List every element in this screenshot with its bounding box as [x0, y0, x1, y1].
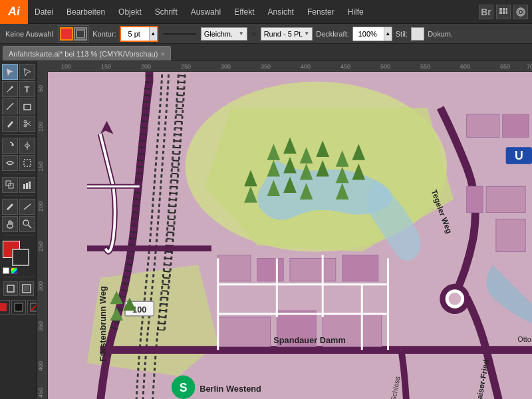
menu-ansicht[interactable]: Ansicht: [261, 0, 301, 23]
stroke-color-box[interactable]: [12, 249, 29, 266]
stroke-input[interactable]: [121, 27, 148, 41]
svg-rect-30: [24, 286, 29, 291]
main-area: T: [0, 61, 532, 399]
document-tab[interactable]: Anfahrtskarte.ai* bei 113 % (CMYK/Vorsch…: [3, 46, 171, 61]
svg-point-26: [23, 220, 29, 225]
hand-tool[interactable]: [2, 216, 18, 232]
warp-tool[interactable]: [2, 155, 18, 171]
svg-text:400: 400: [301, 63, 311, 70]
swap-colors-icon[interactable]: [11, 267, 17, 274]
svg-text:50: 50: [37, 85, 44, 92]
settings-icon[interactable]: [513, 5, 528, 19]
top-icon-group: Br: [479, 5, 532, 19]
zoom-tool[interactable]: [19, 216, 35, 232]
tool-divider-1: [3, 134, 35, 135]
tool-row-6: [2, 155, 35, 171]
app-logo: Ai: [0, 0, 28, 24]
screen-mode-btn[interactable]: [3, 281, 18, 296]
swatch-dark[interactable]: [0, 300, 10, 315]
menu-auswahl[interactable]: Auswahl: [184, 0, 227, 23]
swatch-slash[interactable]: [27, 300, 38, 315]
screen-mode-area: [3, 281, 34, 296]
svg-text:Spandauer Damm: Spandauer Damm: [273, 335, 346, 345]
mirror-tool[interactable]: [19, 138, 35, 154]
svg-rect-31: [0, 303, 7, 311]
cap-group: [249, 32, 259, 36]
selection-label: Keine Auswahl: [3, 30, 56, 38]
menu-bearbeiten[interactable]: Bearbeiten: [60, 0, 112, 23]
svg-text:200: 200: [37, 201, 44, 211]
pen-tool[interactable]: [2, 81, 18, 97]
svg-text:300: 300: [221, 63, 231, 70]
menu-items: Datei Bearbeiten Objekt Schrift Auswahl …: [28, 0, 370, 23]
tool-divider-4: [3, 235, 35, 235]
bridge-icon[interactable]: Br: [479, 5, 493, 19]
svg-rect-21: [26, 183, 28, 189]
tool-row-7: [2, 177, 35, 193]
menu-effekt[interactable]: Effekt: [227, 0, 261, 23]
tab-bar: Anfahrtskarte.ai* bei 113 % (CMYK/Vorsch…: [0, 44, 532, 61]
tool-row-2: T: [2, 81, 35, 97]
svg-line-25: [29, 204, 31, 205]
rect-tool[interactable]: [19, 98, 35, 114]
menu-datei[interactable]: Datei: [28, 0, 60, 23]
svg-rect-73: [496, 219, 525, 251]
stroke-input-group[interactable]: ▲: [120, 26, 158, 42]
svg-rect-80: [342, 255, 378, 281]
menu-bar: Ai Datei Bearbeiten Objekt Schrift Auswa…: [0, 0, 532, 24]
fullscreen-mode-btn[interactable]: [19, 281, 34, 296]
opacity-input[interactable]: [353, 27, 382, 41]
menu-hilfe[interactable]: Hilfe: [341, 0, 370, 23]
chart-tool[interactable]: [19, 177, 35, 193]
swatch-black[interactable]: [11, 300, 26, 315]
color-swatch-area: [3, 241, 35, 274]
svg-rect-79: [290, 258, 336, 281]
cap-dot-icon: [252, 32, 256, 36]
tab-close-btn[interactable]: ×: [160, 50, 164, 58]
svg-point-6: [520, 11, 522, 13]
type-tool[interactable]: T: [19, 81, 35, 97]
eyedropper-tool[interactable]: [2, 199, 18, 215]
stroke-increment-btn[interactable]: ▲: [149, 27, 157, 41]
svg-rect-3: [499, 11, 502, 14]
stroke-swatch-btn[interactable]: [74, 27, 87, 41]
fill-stroke-group[interactable]: [58, 25, 89, 43]
svg-rect-2: [506, 8, 507, 11]
svg-line-8: [7, 90, 9, 92]
line-tool[interactable]: [2, 98, 18, 114]
opacity-input-group[interactable]: ▲: [352, 27, 392, 41]
svg-text:250: 250: [181, 63, 191, 70]
tools-panel: T: [0, 61, 37, 399]
menu-objekt[interactable]: Objekt: [112, 0, 148, 23]
direct-select-tool[interactable]: [19, 64, 35, 80]
menu-fenster[interactable]: Fenster: [301, 0, 341, 23]
svg-rect-82: [503, 114, 529, 137]
menu-schrift[interactable]: Schrift: [148, 0, 184, 23]
svg-rect-32: [15, 303, 23, 311]
select-tool[interactable]: [2, 64, 18, 80]
grid-icon[interactable]: [496, 5, 511, 19]
rotate-tool[interactable]: [2, 138, 18, 154]
svg-text:S: S: [180, 381, 188, 394]
style-swatch[interactable]: [411, 27, 424, 41]
free-transform-tool[interactable]: [19, 155, 35, 171]
default-colors-icon[interactable]: [3, 267, 9, 274]
cap-style-dropdown[interactable]: Rund - 5 Pt. ▼: [261, 27, 313, 41]
scissors-tool[interactable]: [19, 116, 35, 132]
svg-text:Otto-S: Otto-S: [517, 335, 532, 343]
shape-builder-tool[interactable]: [2, 177, 18, 193]
svg-rect-20: [23, 184, 25, 189]
pencil-tool[interactable]: [2, 116, 18, 132]
tool-divider-5: [3, 277, 35, 277]
svg-text:U: U: [515, 149, 523, 162]
tool-row-8: [2, 199, 35, 215]
tool-row-5: [2, 138, 35, 154]
fill-swatch-btn[interactable]: [60, 27, 73, 41]
opacity-increment-btn[interactable]: ▲: [384, 27, 392, 41]
stroke-label: Kontur:: [91, 30, 117, 38]
line-type-dropdown[interactable]: Gleichm. ▼: [201, 27, 247, 41]
measure-tool[interactable]: [19, 199, 35, 215]
canvas-area: // ticks drawn via inline approach not s…: [37, 61, 532, 399]
svg-rect-7: [76, 30, 84, 38]
svg-text:500: 500: [380, 63, 390, 70]
